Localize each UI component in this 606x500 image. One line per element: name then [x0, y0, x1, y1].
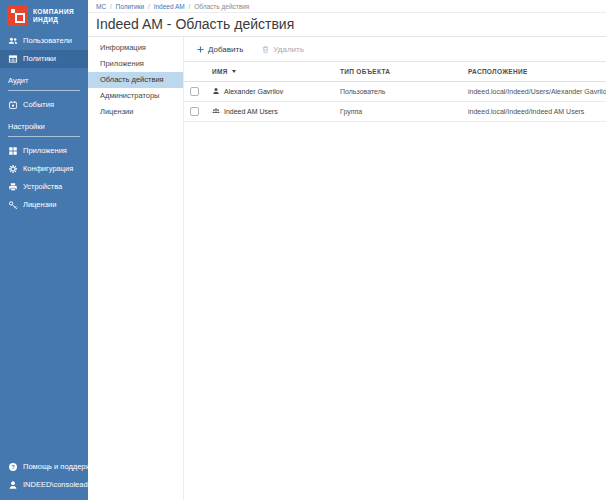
scope-panel: Добавить Удалить: [184, 37, 606, 500]
sidebar-item-label: Пользователи: [23, 37, 72, 45]
user-icon: [8, 480, 18, 490]
row-checkbox[interactable]: [190, 107, 199, 116]
sidebar-item-users[interactable]: Пользователи: [0, 32, 88, 50]
breadcrumb-link-policies[interactable]: Политики: [116, 3, 145, 10]
trash-icon: [261, 45, 270, 54]
company-logo[interactable]: КОМПАНИЯ ИНДИД: [0, 0, 88, 32]
delete-button-label: Удалить: [273, 45, 304, 54]
sidebar-item-policies[interactable]: Политики: [0, 50, 88, 68]
add-button[interactable]: Добавить: [196, 45, 243, 54]
gear-icon: [8, 164, 18, 174]
tab-licenses[interactable]: Лицензии: [88, 104, 183, 120]
tab-scope[interactable]: Область действия: [88, 72, 183, 88]
select-all-cell: [184, 62, 206, 82]
row-location: indeed.local/Indeed/Users/Alexander Gavr…: [462, 82, 606, 102]
main-area: MC / Политики / Indeed AM / Область дейс…: [88, 0, 606, 500]
sidebar-nav: Пользователи Политики Аудит События: [0, 32, 88, 214]
sidebar-item-licenses[interactable]: Лицензии: [0, 196, 88, 214]
sidebar-footer: ? Помощь и поддержка INDEED\consoleadmin: [0, 458, 88, 494]
row-name-cell: Alexander Gavrilov: [206, 82, 334, 102]
sidebar-item-label: Политики: [23, 55, 56, 63]
sidebar: КОМПАНИЯ ИНДИД Пользователи: [0, 0, 88, 500]
add-button-label: Добавить: [208, 45, 243, 54]
row-name: Alexander Gavrilov: [224, 88, 283, 95]
users-icon: [8, 36, 18, 46]
devices-icon: [8, 182, 18, 192]
policies-icon: [8, 54, 18, 64]
sidebar-item-devices[interactable]: Устройства: [0, 178, 88, 196]
tab-administrators[interactable]: Администраторы: [88, 88, 183, 104]
column-header-location[interactable]: РАСПОЛОЖЕНИЕ: [462, 62, 606, 82]
row-checkbox[interactable]: [190, 87, 199, 96]
row-name-cell: Indeed AM Users: [206, 102, 334, 122]
logo-line2: ИНДИД: [33, 16, 74, 24]
breadcrumb-link-indeed-am[interactable]: Indeed AM: [154, 3, 185, 10]
row-type: Пользователь: [334, 82, 462, 102]
breadcrumb-current: Область действия: [194, 3, 249, 10]
sidebar-section-audit: Аудит: [8, 76, 80, 91]
app-window: КОМПАНИЯ ИНДИД Пользователи: [0, 0, 606, 500]
breadcrumb-separator: /: [110, 3, 112, 10]
sidebar-item-label: Приложения: [23, 147, 67, 155]
row-type: Группа: [334, 102, 462, 122]
delete-button[interactable]: Удалить: [261, 45, 304, 54]
table-row: Alexander Gavrilov Пользователь indeed.l…: [184, 82, 606, 102]
breadcrumb: MC / Политики / Indeed AM / Область дейс…: [88, 0, 606, 13]
help-icon: ?: [8, 462, 18, 472]
column-header-name[interactable]: ИМЯ: [206, 62, 334, 82]
plus-icon: [196, 45, 205, 54]
key-icon: [8, 200, 18, 210]
sidebar-section-settings: Настройки: [8, 122, 80, 137]
sidebar-item-label: События: [23, 101, 54, 109]
help-support-label: Помощь и поддержка: [23, 463, 98, 471]
sidebar-item-label: Устройства: [23, 183, 62, 191]
breadcrumb-separator: /: [189, 3, 191, 10]
breadcrumb-link-mc[interactable]: MC: [96, 3, 106, 10]
company-logo-icon: [7, 5, 28, 26]
page-title: Indeed AM - Область действия: [88, 13, 606, 37]
scope-table: ИМЯ ТИП ОБЪЕКТА РАСПОЛОЖЕНИЕ: [184, 61, 606, 122]
column-header-type[interactable]: ТИП ОБЪЕКТА: [334, 62, 462, 82]
content: Информация Приложения Область действия А…: [88, 37, 606, 500]
row-location: indeed.local/Indeed/Indeed AM Users: [462, 102, 606, 122]
policy-tabs: Информация Приложения Область действия А…: [88, 37, 184, 500]
sidebar-item-events[interactable]: События: [0, 96, 88, 114]
group-icon: [212, 107, 220, 115]
table-row: Indeed AM Users Группа indeed.local/Inde…: [184, 102, 606, 122]
breadcrumb-separator: /: [148, 3, 150, 10]
current-user-label: INDEED\consoleadmin: [23, 481, 100, 489]
svg-text:?: ?: [11, 464, 15, 470]
apps-icon: [8, 146, 18, 156]
sidebar-item-applications[interactable]: Приложения: [0, 142, 88, 160]
row-name: Indeed AM Users: [224, 108, 278, 115]
table-header-row: ИМЯ ТИП ОБЪЕКТА РАСПОЛОЖЕНИЕ: [184, 62, 606, 82]
logo-line1: КОМПАНИЯ: [33, 8, 74, 16]
events-icon: [8, 100, 18, 110]
tab-information[interactable]: Информация: [88, 40, 183, 56]
tab-applications[interactable]: Приложения: [88, 56, 183, 72]
chevron-down-icon: [108, 484, 112, 487]
user-icon: [212, 87, 220, 95]
help-support-item[interactable]: ? Помощь и поддержка: [0, 458, 88, 476]
sort-descending-icon: [232, 70, 236, 73]
column-header-name-label: ИМЯ: [212, 68, 228, 75]
sidebar-item-label: Лицензии: [23, 201, 56, 209]
toolbar: Добавить Удалить: [184, 37, 606, 61]
sidebar-item-label: Конфигурация: [23, 165, 73, 173]
company-logo-text: КОМПАНИЯ ИНДИД: [33, 8, 74, 24]
current-user-menu[interactable]: INDEED\consoleadmin: [0, 476, 88, 494]
sidebar-item-configuration[interactable]: Конфигурация: [0, 160, 88, 178]
